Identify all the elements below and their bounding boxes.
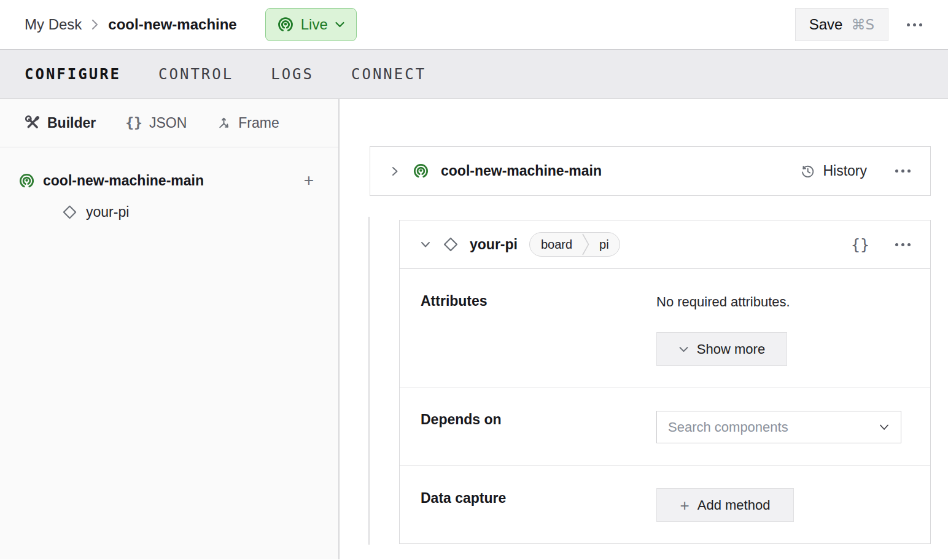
history-button[interactable]: History — [796, 162, 871, 180]
component-card: your-pi board pi {} Attributes No requi — [399, 220, 931, 544]
header-actions: Save ⌘S — [795, 8, 923, 41]
attributes-section: Attributes No required attributes. Show … — [400, 269, 930, 387]
component-type-tag: board — [530, 238, 581, 252]
machine-tree: cool-new-machine-main + your-pi — [0, 147, 338, 227]
chevron-right-icon[interactable] — [389, 165, 401, 177]
main-tabbar: CONFIGURE CONTROL LOGS CONNECT — [0, 50, 948, 99]
mode-builder-label: Builder — [47, 115, 96, 131]
show-more-button[interactable]: Show more — [656, 332, 787, 366]
chevron-down-icon — [678, 346, 689, 353]
tools-icon — [25, 115, 41, 131]
mode-json[interactable]: {} JSON — [125, 115, 187, 131]
depends-on-label: Depends on — [400, 387, 656, 465]
machine-card-title: cool-new-machine-main — [441, 163, 602, 179]
machine-status-icon — [277, 16, 294, 33]
component-type-pill: board pi — [529, 232, 620, 257]
pill-divider-icon — [581, 233, 590, 256]
json-braces-icon[interactable]: {} — [847, 235, 873, 254]
machine-part-icon — [18, 173, 35, 189]
history-label: History — [823, 163, 867, 179]
component-card-menu-button[interactable] — [894, 239, 912, 250]
machine-card: cool-new-machine-main History — [370, 146, 931, 196]
mode-frame[interactable]: Frame — [216, 115, 279, 131]
attributes-label: Attributes — [400, 269, 656, 387]
breadcrumb: My Desk cool-new-machine — [25, 16, 237, 33]
data-capture-section: Data capture + Add method — [400, 466, 930, 543]
breadcrumb-parent[interactable]: My Desk — [25, 16, 82, 33]
live-status-badge[interactable]: Live — [265, 8, 357, 41]
tab-control[interactable]: CONTROL — [158, 66, 233, 83]
add-method-button[interactable]: + Add method — [656, 488, 794, 522]
frame-axes-icon — [216, 115, 231, 131]
machine-name-title: cool-new-machine — [108, 16, 236, 33]
sidebar: Builder {} JSON Frame — [0, 99, 340, 559]
save-button-label: Save — [809, 16, 843, 33]
config-panel: cool-new-machine-main History — [340, 99, 948, 559]
component-card-title: your-pi — [470, 236, 518, 253]
machine-part-icon — [413, 163, 429, 179]
tree-machine-label: cool-new-machine-main — [43, 173, 204, 189]
component-model-tag: pi — [590, 238, 620, 252]
mode-json-label: JSON — [149, 115, 187, 131]
chevron-down-icon[interactable] — [419, 238, 432, 251]
save-shortcut-hint: ⌘S — [851, 17, 874, 33]
add-component-button[interactable]: + — [300, 171, 317, 190]
component-card-header: your-pi board pi {} — [400, 220, 930, 269]
header-overflow-menu-button[interactable] — [906, 20, 923, 30]
plus-icon: + — [680, 497, 690, 513]
breadcrumb-separator-icon — [91, 18, 99, 31]
depends-on-section: Depends on — [400, 387, 930, 466]
mode-frame-label: Frame — [238, 115, 279, 131]
json-braces-icon: {} — [125, 115, 142, 131]
show-more-label: Show more — [697, 341, 765, 357]
tab-connect[interactable]: CONNECT — [351, 66, 426, 83]
tree-component-label: your-pi — [86, 204, 129, 220]
tree-item-machine[interactable]: cool-new-machine-main + — [18, 165, 317, 196]
tree-connector-line — [368, 217, 370, 545]
data-capture-label: Data capture — [400, 466, 656, 543]
chevron-down-icon — [335, 21, 345, 28]
view-mode-toolbar: Builder {} JSON Frame — [0, 99, 338, 147]
search-components-input[interactable] — [668, 419, 879, 435]
machine-card-menu-button[interactable] — [894, 166, 912, 176]
attributes-empty-text: No required attributes. — [656, 292, 790, 310]
content-area: Builder {} JSON Frame — [0, 99, 948, 559]
mode-builder[interactable]: Builder — [25, 115, 96, 131]
tab-logs[interactable]: LOGS — [271, 66, 314, 83]
tab-configure[interactable]: CONFIGURE — [25, 66, 121, 83]
add-method-label: Add method — [697, 497, 771, 513]
tree-item-component[interactable]: your-pi — [61, 196, 317, 227]
history-icon — [800, 163, 815, 179]
component-diamond-icon — [61, 204, 78, 220]
live-status-label: Live — [301, 16, 328, 33]
depends-on-select[interactable] — [656, 411, 901, 443]
save-button[interactable]: Save ⌘S — [795, 8, 888, 41]
component-diamond-icon — [442, 236, 459, 253]
chevron-down-icon — [879, 424, 890, 431]
app-header: My Desk cool-new-machine Live Save ⌘S — [0, 0, 948, 50]
